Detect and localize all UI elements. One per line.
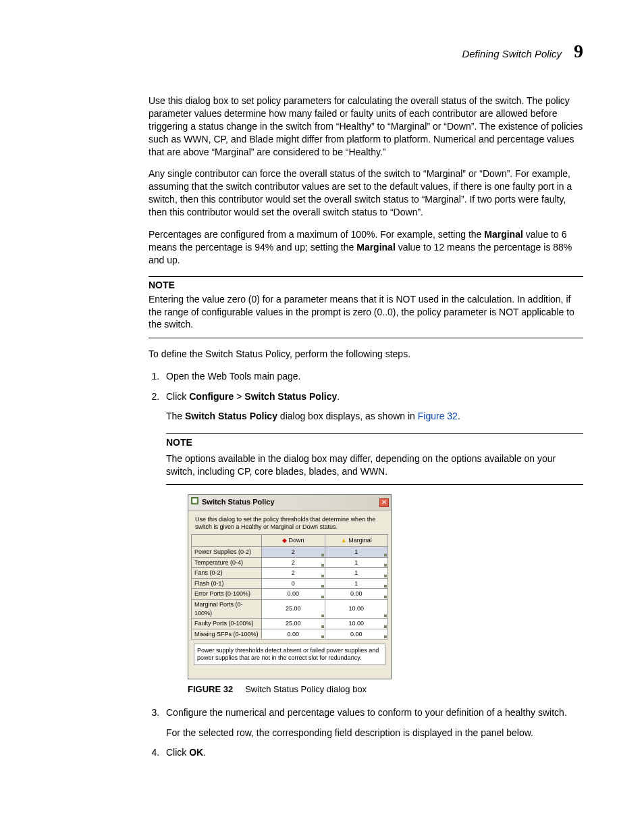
table-row[interactable]: Faulty Ports (0-100%) 25.00 10.00 — [192, 619, 388, 629]
marginal-cell[interactable]: 10.00 — [325, 619, 388, 629]
figure-caption: FIGURE 32Switch Status Policy dialog box — [188, 683, 583, 696]
table-row[interactable]: Marginal Ports (0-100%) 25.00 10.00 — [192, 599, 388, 618]
step-2: Click Configure > Switch Status Policy. … — [162, 390, 583, 696]
text: Click — [166, 747, 189, 758]
row-name: Power Supplies (0-2) — [192, 546, 262, 557]
dialog-help-text: Power supply thresholds detect absent or… — [194, 644, 385, 665]
note-heading: NOTE — [149, 280, 583, 290]
text: dialog box displays, as shown in — [277, 411, 418, 421]
close-icon: ✕ — [381, 499, 387, 506]
step-text: Open the Web Tools main page. — [166, 371, 301, 382]
step-3: Configure the numerical and percentage v… — [162, 706, 583, 739]
step-4: Click OK. — [162, 746, 583, 760]
row-name: Temperature (0-4) — [192, 557, 262, 568]
dialog-name-bold: Switch Status Policy — [185, 411, 277, 421]
figure-caption-text: Switch Status Policy dialog box — [245, 684, 367, 694]
col-empty — [192, 535, 262, 547]
intro-para-1: Use this dialog box to set policy parame… — [149, 95, 583, 158]
steps-intro: To define the Switch Status Policy, perf… — [149, 348, 583, 361]
marginal-bold-2: Marginal — [356, 242, 396, 253]
note-body: The options available in the dialog box … — [166, 452, 583, 478]
down-cell[interactable]: 0.00 — [262, 629, 325, 640]
down-cell[interactable]: 0.00 — [262, 589, 325, 600]
marginal-cell[interactable]: 1 — [325, 578, 388, 589]
text: . — [337, 391, 340, 402]
text: Percentages are configured from a maximu… — [149, 229, 484, 240]
col-down: ◆ Down — [262, 535, 325, 547]
step-text: Click Configure > Switch Status Policy. — [166, 391, 340, 402]
dialog-icon — [190, 496, 199, 508]
marginal-cell[interactable]: 0.00 — [325, 629, 388, 640]
step-2-sub: The Switch Status Policy dialog box disp… — [166, 410, 583, 423]
row-name: Error Ports (0-100%) — [192, 589, 262, 600]
step-3-sub: For the selected row, the corresponding … — [166, 727, 583, 740]
down-cell[interactable]: 0 — [262, 578, 325, 589]
svg-rect-1 — [192, 499, 197, 504]
down-cell[interactable]: 2 — [262, 568, 325, 579]
note-block-2: NOTE The options available in the dialog… — [166, 433, 583, 485]
down-cell[interactable]: 25.00 — [262, 619, 325, 629]
down-cell[interactable]: 2 — [262, 557, 325, 568]
text: > — [234, 391, 244, 402]
switch-status-policy-bold: Switch Status Policy — [244, 391, 337, 402]
page-header: Defining Switch Policy 9 — [149, 41, 583, 62]
down-icon: ◆ — [282, 537, 287, 544]
dialog-titlebar: Switch Status Policy ✕ — [188, 495, 391, 510]
down-cell[interactable]: 25.00 — [262, 599, 325, 618]
text: . — [203, 747, 206, 758]
text: . — [458, 411, 460, 421]
table-row[interactable]: Error Ports (0-100%) 0.00 0.00 — [192, 589, 388, 600]
step-text: Click OK. — [166, 747, 206, 758]
dialog-title-text: Switch Status Policy — [202, 497, 275, 507]
marginal-icon: ▲ — [341, 537, 347, 544]
row-name: Marginal Ports (0-100%) — [192, 599, 262, 618]
marginal-cell[interactable]: 1 — [325, 568, 388, 579]
row-name: Missing SFPs (0-100%) — [192, 629, 262, 640]
marginal-cell[interactable]: 1 — [325, 557, 388, 568]
note-block-1: NOTE Entering the value zero (0) for a p… — [149, 276, 583, 339]
col-marginal: ▲ Marginal — [325, 535, 388, 547]
col-marginal-label: Marginal — [348, 537, 372, 544]
down-cell[interactable]: 2 — [262, 546, 325, 557]
table-row[interactable]: Flash (0-1) 0 1 — [192, 578, 388, 589]
configure-bold: Configure — [189, 391, 234, 402]
table-row[interactable]: Fans (0-2) 2 1 — [192, 568, 388, 579]
text: Click — [166, 391, 189, 402]
marginal-cell[interactable]: 10.00 — [325, 599, 388, 618]
marginal-cell[interactable]: 1 — [325, 546, 388, 557]
table-row[interactable]: Power Supplies (0-2) 2 1 — [192, 546, 388, 557]
dialog-description: Use this dialog to set the policy thresh… — [188, 511, 391, 535]
table-row[interactable]: Temperature (0-4) 2 1 — [192, 557, 388, 568]
intro-para-2: Any single contributor can force the ove… — [149, 167, 583, 219]
policy-table: ◆ Down ▲ Marginal Power Supplies (0-2) 2… — [191, 534, 388, 640]
figure-label: FIGURE 32 — [188, 684, 233, 694]
note-heading: NOTE — [166, 436, 583, 450]
intro-para-3: Percentages are configured from a maximu… — [149, 228, 583, 267]
table-row[interactable]: Missing SFPs (0-100%) 0.00 0.00 — [192, 629, 388, 640]
row-name: Faulty Ports (0-100%) — [192, 619, 262, 629]
header-title: Defining Switch Policy — [462, 48, 562, 59]
marginal-bold-1: Marginal — [484, 229, 523, 240]
chapter-number: 9 — [574, 41, 583, 62]
row-name: Fans (0-2) — [192, 568, 262, 579]
col-down-label: Down — [289, 537, 304, 544]
marginal-cell[interactable]: 0.00 — [325, 589, 388, 600]
step-text: Configure the numerical and percentage v… — [166, 707, 567, 718]
note-body: Entering the value zero (0) for a parame… — [149, 293, 583, 332]
switch-status-policy-dialog: Switch Status Policy ✕ Use this dialog t… — [188, 494, 392, 679]
step-1: Open the Web Tools main page. — [162, 370, 583, 384]
row-name: Flash (0-1) — [192, 578, 262, 589]
text: The — [166, 411, 185, 421]
close-button[interactable]: ✕ — [379, 498, 389, 507]
steps-list: Open the Web Tools main page. Click Conf… — [149, 370, 583, 760]
figure-32-link[interactable]: Figure 32 — [418, 411, 458, 421]
ok-bold: OK — [189, 747, 203, 758]
